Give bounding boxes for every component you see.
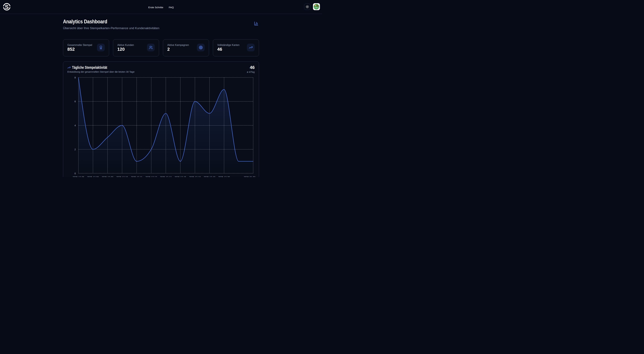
svg-text:2025-12-19: 2025-12-19 <box>204 176 215 177</box>
svg-text:BRO'S: BRO'S <box>316 8 318 8</box>
svg-text:2025-12-20: 2025-12-20 <box>218 176 230 177</box>
svg-text:2025-12-09: 2025-12-09 <box>102 176 113 177</box>
svg-text:2025-12-18: 2025-12-18 <box>189 176 201 177</box>
svg-text:2: 2 <box>74 148 76 151</box>
svg-text:0: 0 <box>74 172 76 175</box>
svg-text:6: 6 <box>74 100 76 103</box>
svg-text:2026-01-03: 2026-01-03 <box>244 176 256 177</box>
svg-text:2025-12-11: 2025-12-11 <box>131 176 142 177</box>
svg-text:2025-12-10: 2025-12-10 <box>116 176 128 177</box>
svg-text:2025-12-12: 2025-12-12 <box>146 176 157 177</box>
svg-text:2025-12-06: 2025-12-06 <box>73 176 84 177</box>
svg-text:8: 8 <box>74 76 76 79</box>
svg-text:2025-12-15: 2025-12-15 <box>174 176 186 177</box>
svg-text:2025-12-13: 2025-12-13 <box>160 176 172 177</box>
svg-text:2025-12-08: 2025-12-08 <box>87 176 99 177</box>
svg-text:4: 4 <box>74 124 76 127</box>
